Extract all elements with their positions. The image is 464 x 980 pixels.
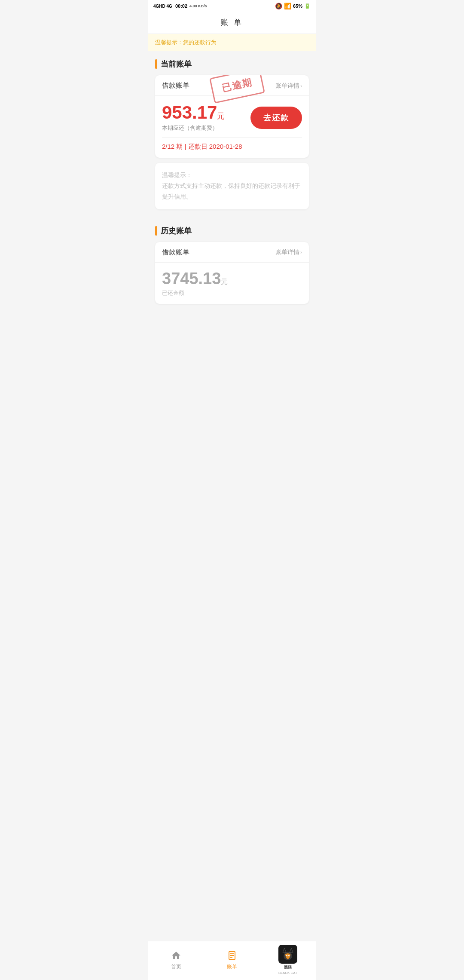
notice-text: 温馨提示：您的还款行为 [155,39,217,46]
history-bill-card: 借款账单 账单详情 › 3745.13元 已还金额 [155,242,309,304]
section-indicator-current [155,59,157,69]
amount-block: 953.17元 本期应还（含逾期费） [162,104,225,132]
amount-label: 本期应还（含逾期费） [162,124,225,132]
section-title-row-history: 历史账单 [155,226,309,236]
tip-card-text: 温馨提示： 还款方式支持主动还款，保持良好的还款记录有利于 提升信用。 [162,170,302,202]
page-title: 账 单 [220,18,243,27]
card-header-history: 借款账单 账单详情 › [155,242,309,263]
section-title-history: 历史账单 [161,226,192,236]
history-amount-label: 已还金额 [162,289,302,297]
amount-value: 953.17 [162,102,217,122]
wifi-icon: 📶 [284,3,291,9]
current-bill-section: 当前账单 借款账单 已逾期 账单详情 › 953.17元 [148,51,316,218]
card-header-current: 借款账单 已逾期 账单详情 › [155,75,309,96]
time-text: 00:02 [175,3,187,9]
card-title-history: 借款账单 [162,248,189,257]
section-title-current: 当前账单 [161,59,192,69]
status-right: 🔕 📶 65% 🔋 [275,3,311,9]
amount-unit: 元 [217,112,225,120]
history-amount-display: 3745.13元 [162,270,302,287]
content-area: 当前账单 借款账单 已逾期 账单详情 › 953.17元 [148,51,316,347]
period-info: 2/12 期 | 还款日 2020-01-28 [162,143,302,151]
section-title-row-current: 当前账单 [155,59,309,69]
tip-card: 温馨提示： 还款方式支持主动还款，保持良好的还款记录有利于 提升信用。 [155,163,309,209]
battery-icon: 🔋 [304,3,311,9]
status-bar: 4GHD 4G 00:02 4.00 KB/s 🔕 📶 65% 🔋 [148,0,316,12]
battery-text: 65% [293,3,302,9]
section-indicator-history [155,226,157,236]
card-body-current: 953.17元 本期应还（含逾期费） 去还款 2/12 期 | 还款日 2020… [155,96,309,158]
bell-icon: 🔕 [275,3,282,9]
amount-row: 953.17元 本期应还（含逾期费） 去还款 [162,104,302,132]
pay-button[interactable]: 去还款 [250,107,302,129]
history-bill-section: 历史账单 借款账单 账单详情 › 3745.13元 已还金额 [148,218,316,312]
card-detail-link-history[interactable]: 账单详情 › [275,248,302,256]
status-left: 4GHD 4G 00:02 4.00 KB/s [153,3,207,9]
card-body-history: 3745.13元 已还金额 [155,263,309,304]
card-title-current: 借款账单 [162,81,189,90]
current-bill-card: 借款账单 已逾期 账单详情 › 953.17元 本期应还（含逾期费） [155,75,309,158]
card-detail-link-current[interactable]: 账单详情 › [275,82,302,90]
history-amount-value: 3745.13 [162,270,221,288]
carrier-text: 4GHD 4G [153,4,172,9]
amount-display: 953.17元 [162,104,225,122]
chevron-icon-history: › [300,249,302,255]
speed-text: 4.00 KB/s [189,4,207,8]
page-header: 账 单 [148,12,316,34]
divider [162,137,302,138]
history-amount-unit: 元 [221,278,228,285]
notice-banner: 温馨提示：您的还款行为 [148,34,316,51]
chevron-icon-current: › [300,83,302,89]
